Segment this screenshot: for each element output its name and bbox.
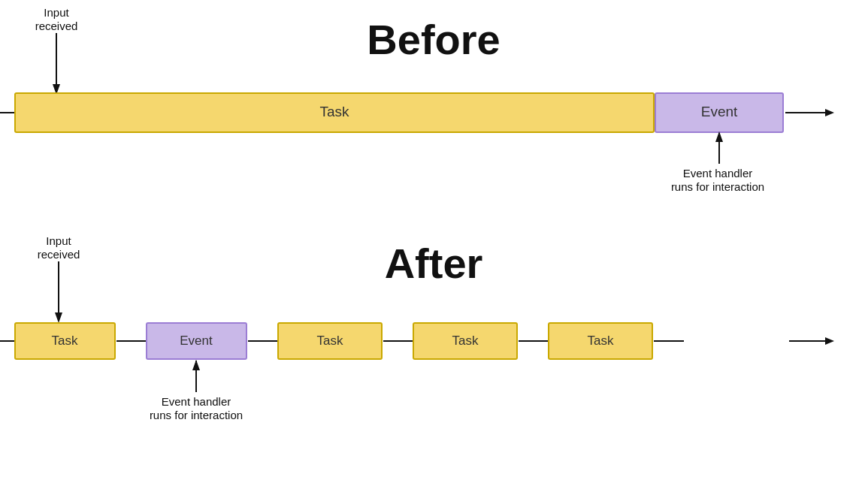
after-title: After: [385, 240, 483, 287]
before-task-label: Task: [319, 104, 349, 119]
before-title: Before: [367, 16, 500, 63]
after-task-label-3: Task: [452, 334, 479, 348]
after-event-label: Event: [180, 334, 213, 348]
main-diagram: Before Input received Task Event Event h…: [0, 0, 868, 486]
before-event-handler-label2: runs for interaction: [671, 180, 764, 193]
after-task-label-2: Task: [317, 334, 343, 348]
after-event-handler-label1: Event handler: [162, 395, 231, 408]
after-input-received-label2: received: [38, 248, 80, 261]
after-event-handler-arrow-head: [192, 360, 200, 370]
before-timeline-arrow: [825, 109, 834, 116]
before-event-handler-arrow-head: [715, 131, 723, 142]
before-input-received-label2: received: [35, 20, 78, 32]
after-task-label-4: Task: [588, 334, 614, 348]
after-event-handler-label2: runs for interaction: [150, 409, 243, 421]
after-input-arrow-head: [55, 312, 62, 323]
after-input-received-label: Input: [46, 234, 71, 247]
before-event-handler-label1: Event handler: [683, 167, 753, 180]
after-task-label-1: Task: [52, 334, 78, 348]
after-timeline-arrow: [825, 337, 834, 345]
before-input-received-label: Input: [44, 6, 69, 19]
before-event-label: Event: [701, 104, 738, 119]
